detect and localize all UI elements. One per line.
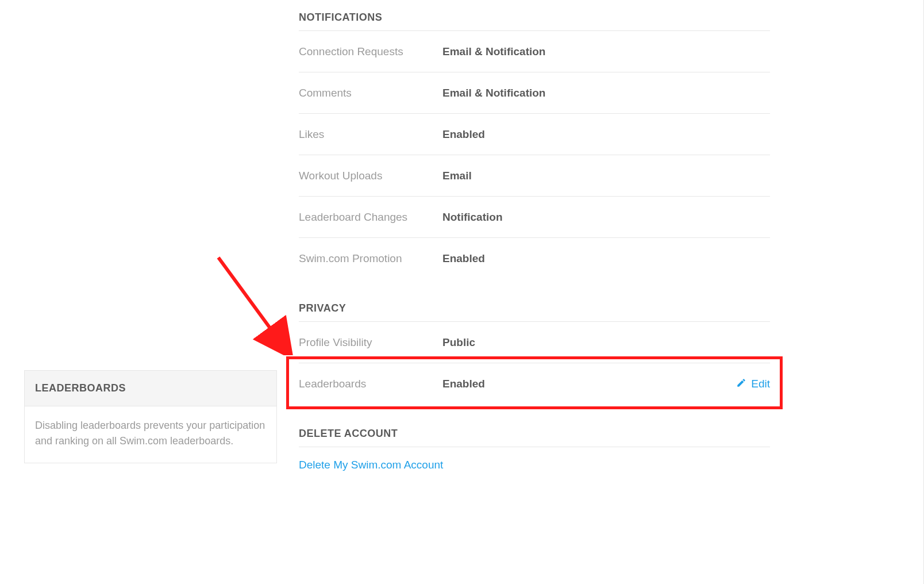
edit-label: Edit — [751, 378, 770, 390]
edit-leaderboards-button[interactable]: Edit — [736, 378, 770, 391]
row-comments[interactable]: Comments Email & Notification — [299, 72, 770, 114]
row-value: Enabled — [442, 378, 736, 390]
settings-main: NOTIFICATIONS Connection Requests Email … — [299, 11, 770, 471]
row-value: Email & Notification — [442, 45, 770, 58]
row-label: Leaderboards — [299, 378, 442, 390]
row-value: Email — [442, 170, 770, 182]
row-profile-visibility[interactable]: Profile Visibility Public — [299, 322, 770, 363]
info-card-body: Disabling leaderboards prevents your par… — [25, 406, 276, 463]
delete-account-link[interactable]: Delete My Swim.com Account — [299, 447, 770, 471]
row-label: Swim.com Promotion — [299, 252, 442, 265]
svg-line-0 — [218, 258, 282, 344]
row-value: Enabled — [442, 252, 770, 265]
section-header-privacy: PRIVACY — [299, 302, 770, 322]
row-value: Enabled — [442, 128, 770, 141]
row-label: Comments — [299, 87, 442, 99]
annotation-arrow-icon — [213, 252, 299, 355]
row-label: Profile Visibility — [299, 336, 442, 349]
row-likes[interactable]: Likes Enabled — [299, 114, 770, 155]
row-workout-uploads[interactable]: Workout Uploads Email — [299, 155, 770, 197]
row-label: Leaderboard Changes — [299, 211, 442, 224]
section-header-delete: DELETE ACCOUNT — [299, 428, 770, 447]
row-label: Connection Requests — [299, 45, 442, 58]
row-value: Email & Notification — [442, 87, 770, 99]
row-value: Public — [442, 336, 770, 349]
row-swim-promotion[interactable]: Swim.com Promotion Enabled — [299, 238, 770, 279]
section-header-notifications: NOTIFICATIONS — [299, 11, 770, 31]
row-leaderboard-changes[interactable]: Leaderboard Changes Notification — [299, 197, 770, 238]
pencil-icon — [736, 378, 746, 391]
row-value: Notification — [442, 211, 770, 224]
row-label: Workout Uploads — [299, 170, 442, 182]
row-label: Likes — [299, 128, 442, 141]
info-card-title: LEADERBOARDS — [25, 371, 276, 406]
leaderboards-info-card: LEADERBOARDS Disabling leaderboards prev… — [24, 370, 277, 463]
row-leaderboards[interactable]: Leaderboards Enabled Edit — [299, 363, 770, 405]
row-connection-requests[interactable]: Connection Requests Email & Notification — [299, 31, 770, 72]
